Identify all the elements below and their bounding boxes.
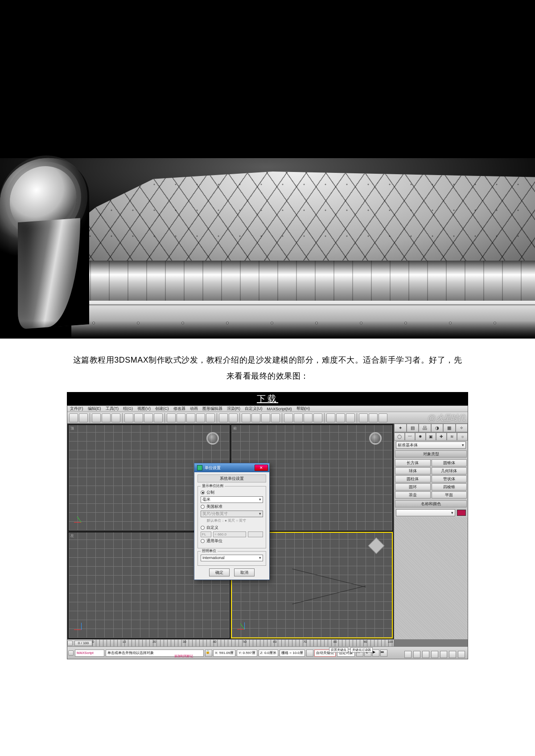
menu-tools[interactable]: 工具(T)	[106, 406, 119, 412]
radio-custom-row[interactable]: 自定义	[201, 525, 263, 531]
menu-create[interactable]: 创建(C)	[155, 406, 169, 412]
tb-keymode[interactable]	[229, 413, 238, 422]
menubar[interactable]: 文件(F) 编辑(E) 工具(T) 组(G) 视图(V) 创建(C) 修改器 动…	[67, 406, 468, 412]
radio-metric-row[interactable]: 公制	[201, 490, 263, 495]
tab-motion[interactable]: ◑	[431, 424, 444, 432]
obj-pyramid[interactable]: 四棱锥	[432, 483, 467, 490]
radio-metric[interactable]	[201, 490, 205, 494]
menu-maxscript[interactable]: MAXScript(M)	[267, 407, 292, 411]
cmd-sub-tabs[interactable]: ◯ 〰 ✹ ▣ ✚ ≋ ☼	[394, 433, 468, 441]
radio-us[interactable]	[201, 505, 205, 509]
main-toolbar[interactable]: @ 火星时代	[67, 412, 468, 424]
rollout-object-type[interactable]: 对象类型	[395, 450, 467, 458]
tb-rendersetup[interactable]	[359, 413, 368, 422]
tb-scale[interactable]	[186, 413, 195, 422]
tb-layers[interactable]	[313, 413, 322, 422]
cmd-main-tabs[interactable]: ✦ ▤ 品 ◑ ▦ ✧	[394, 424, 468, 433]
command-panel[interactable]: ✦ ▤ 品 ◑ ▦ ✧ ◯ 〰 ✹ ▣ ✚ ≋ ☼ 标准基本体 对象类型 长方体…	[394, 424, 468, 639]
dialog-titlebar[interactable]: 单位设置 ✕	[194, 463, 269, 472]
radio-generic[interactable]	[201, 539, 205, 543]
tb-bind[interactable]	[111, 413, 120, 422]
status-icon-a[interactable]	[306, 650, 313, 657]
menu-file[interactable]: 文件(F)	[70, 406, 83, 412]
tb-undo[interactable]	[69, 413, 78, 422]
tb-redo[interactable]	[79, 413, 88, 422]
nav-zoomall-icon[interactable]	[422, 651, 429, 658]
status-expand-icon[interactable]	[68, 650, 74, 656]
tb-move[interactable]	[167, 413, 176, 422]
menu-render[interactable]: 渲染(R)	[227, 406, 241, 412]
nav-maxtoggle-icon[interactable]	[458, 651, 465, 658]
tb-select[interactable]	[124, 413, 133, 422]
tab-create[interactable]: ✦	[394, 424, 407, 432]
sub-lights[interactable]: ✹	[415, 433, 426, 441]
setkey-button[interactable]: 设置关键点	[329, 647, 348, 653]
nav-zoom-icon[interactable]	[413, 651, 420, 658]
timeline-left-icon[interactable]	[67, 641, 73, 646]
keyfilter-button[interactable]: 关键点过滤器	[350, 647, 373, 653]
steering-wheel-icon[interactable]	[369, 432, 382, 445]
download-link[interactable]: 下载	[67, 392, 468, 405]
play-next-icon[interactable]: ⏭	[380, 650, 387, 657]
tb-editnamed[interactable]	[284, 413, 293, 422]
obj-plane[interactable]: 平面	[432, 491, 467, 499]
menu-modifiers[interactable]: 修改器	[173, 406, 185, 412]
tb-snap[interactable]	[242, 413, 251, 422]
menu-edit[interactable]: 编辑(E)	[88, 406, 101, 412]
tab-display[interactable]: ▦	[443, 424, 456, 432]
tb-pivot[interactable]	[206, 413, 215, 422]
tb-selname[interactable]	[134, 413, 143, 422]
menu-graph[interactable]: 图形编辑器	[202, 406, 222, 412]
tb-pctsnap[interactable]	[261, 413, 270, 422]
obj-sphere[interactable]: 球体	[395, 467, 431, 474]
radio-generic-row[interactable]: 通用单位	[201, 538, 263, 544]
tb-mated[interactable]	[346, 413, 355, 422]
tb-schem[interactable]	[336, 413, 345, 422]
custom-unit-select[interactable]	[248, 531, 263, 537]
menu-anim[interactable]: 动画	[190, 406, 198, 412]
nav-pan-icon[interactable]	[404, 651, 412, 658]
sub-space[interactable]: ≋	[447, 433, 457, 441]
tab-modify[interactable]: ▤	[407, 424, 419, 432]
menu-help[interactable]: 帮助(H)	[296, 406, 310, 412]
close-icon[interactable]: ✕	[255, 465, 268, 471]
ok-button[interactable]: 确定	[209, 568, 230, 576]
tb-align[interactable]	[304, 413, 313, 422]
steering-wheel-icon[interactable]	[206, 432, 219, 445]
metric-unit-select[interactable]: 毫米	[201, 496, 263, 503]
tb-spinnersnap[interactable]	[271, 413, 280, 422]
tb-manip[interactable]	[219, 413, 228, 422]
tab-utilities[interactable]: ✧	[456, 424, 468, 432]
time-slider[interactable]: 0 / 100 0 10 20 30 40 50 60 70 80 90 100	[67, 639, 394, 646]
object-name-input[interactable]	[396, 509, 455, 516]
custom-value-input[interactable]: = 660.0	[213, 531, 246, 537]
menu-views[interactable]: 视图(V)	[137, 406, 151, 412]
sub-systems[interactable]: ☼	[457, 433, 468, 441]
primitive-category-select[interactable]: 标准基本体	[396, 441, 466, 449]
add-time-tag[interactable]: 添加时间标记	[174, 654, 193, 658]
tb-curveed[interactable]	[326, 413, 335, 422]
tab-hierarchy[interactable]: 品	[419, 424, 431, 432]
lock-icon[interactable]: 🔒	[205, 650, 212, 657]
obj-cone[interactable]: 圆锥体	[432, 459, 467, 466]
tb-selregion[interactable]	[144, 413, 153, 422]
coord-z[interactable]: Z: 0.0厘米	[259, 650, 278, 657]
timeline-ticks[interactable]: 0 10 20 30 40 50 60 70 80 90 100	[92, 640, 394, 646]
radio-custom[interactable]	[201, 526, 205, 530]
obj-geosphere[interactable]: 几何球体	[432, 467, 467, 474]
obj-box[interactable]: 长方体	[395, 459, 431, 466]
custom-code-input[interactable]: FL	[201, 531, 211, 537]
tb-unlink[interactable]	[102, 413, 111, 422]
tb-refcoord[interactable]	[196, 413, 205, 422]
obj-teapot[interactable]: 茶壶	[395, 491, 431, 499]
system-unit-button[interactable]: 系统单位设置	[198, 474, 266, 482]
coord-y[interactable]: Y: 0.597厘	[237, 650, 257, 657]
menu-group[interactable]: 组(G)	[123, 406, 133, 412]
tb-anglesnap[interactable]	[251, 413, 260, 422]
menu-custom[interactable]: 自定义(U)	[245, 406, 263, 412]
rollout-name-color[interactable]: 名称和颜色	[395, 500, 467, 507]
lighting-unit-select[interactable]: International	[201, 555, 263, 561]
tb-selfilter[interactable]	[154, 413, 163, 422]
time-scrubber[interactable]: 0 / 100	[74, 641, 92, 646]
obj-cylinder[interactable]: 圆柱体	[395, 475, 431, 482]
